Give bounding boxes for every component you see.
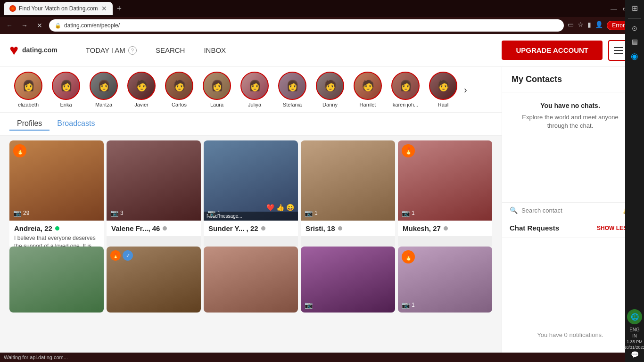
contact-juliya[interactable]: 👩 Juliya [236, 72, 273, 107]
contact-name: Danny [322, 102, 338, 107]
profile-photo [9, 247, 104, 313]
photo-count: 📷 [305, 301, 313, 309]
profile-card-mukesh[interactable]: 🔥 📷 1 Mukesh, 27 [398, 140, 492, 247]
new-tab-button[interactable]: + [116, 4, 122, 14]
search-contact-input[interactable] [521, 207, 619, 214]
logo-heart-icon: ♥ [9, 41, 18, 59]
verified-icon: ✓ [123, 250, 133, 261]
url-text: dating.com/en/people/ [64, 22, 120, 29]
dual-badge: 🔥 ✓ [110, 250, 133, 261]
contact-maritza[interactable]: 👩 Maritza [85, 72, 123, 107]
photo-count: 📷 29 [13, 209, 29, 217]
no-chats-description: Explore the world and meet anyone throug… [512, 113, 629, 130]
contact-laura[interactable]: 👩 Laura [198, 72, 236, 107]
profile-info: Sristi, 18 [301, 221, 395, 236]
logo-area[interactable]: ♥ dating.com [9, 41, 58, 59]
profile-card-r2-5[interactable]: 🔥 📷 1 [398, 247, 492, 313]
search-link[interactable]: SEARCH [156, 46, 185, 54]
search-taskbar-icon[interactable]: ⊙ [632, 25, 637, 32]
profiles-grid-row1: 🔥 📷 29 Andreia, 22 I believe that everyo… [0, 136, 502, 247]
windows-logo[interactable]: ⊞ [632, 4, 638, 13]
in-label: IN [632, 333, 637, 338]
fire-badge: 🔥 [13, 144, 26, 157]
camera-icon: 📷 [13, 209, 21, 217]
profile-info: Valene Fr..., 46 [107, 221, 201, 236]
notifications-area: You have 0 notifications. [502, 238, 638, 353]
contact-stefania[interactable]: 👩 Stefania [273, 72, 311, 107]
chrome-bottom-icon[interactable]: 🌐 [627, 309, 642, 324]
contact-avatar: 👩 [278, 72, 306, 100]
contact-raul[interactable]: 🧑 Raul [424, 72, 462, 107]
profile-card-r2-3[interactable] [204, 247, 298, 313]
site-header: ♥ dating.com TODAY I AM ? SEARCH INBOX U… [0, 34, 638, 67]
contact-avatar: 👩 [203, 72, 231, 100]
profile-photo: 🔥 📷 29 [9, 140, 104, 221]
contact-hamlet[interactable]: 🧑 Hamlet [349, 72, 387, 107]
contact-erika[interactable]: 👩 Erika [47, 72, 85, 107]
profile-card-sunder[interactable]: Read message... ❤️ 👍 😄 📷 1 [204, 140, 298, 247]
tab-broadcasts[interactable]: Broadcasts [50, 117, 102, 131]
photo-count: 📷 1 [402, 209, 415, 217]
profile-photo: 🔥 📷 1 [398, 247, 492, 313]
chat-taskbar-icon[interactable]: 💬 [631, 351, 639, 358]
profile-name: Valene Fr..., 46 [111, 224, 196, 232]
contact-danny[interactable]: 🧑 Danny [311, 72, 349, 107]
reload-button[interactable]: ✕ [34, 20, 45, 31]
profile-photo: Read message... ❤️ 👍 😄 📷 1 [204, 140, 298, 221]
contacts-next-arrow[interactable]: › [464, 84, 467, 95]
contact-carlos[interactable]: 🧑 Carlos [160, 72, 198, 107]
contact-avatar: 🧑 [127, 72, 156, 100]
contact-avatar: 👩 [14, 72, 42, 100]
sidebar-icon[interactable]: ▮ [587, 21, 591, 30]
close-tab-icon[interactable]: ✕ [101, 5, 107, 12]
url-bar[interactable]: 🔒 dating.com/en/people/ [49, 19, 564, 32]
today-i-am-link[interactable]: TODAY I AM ? [86, 46, 137, 55]
upgrade-button[interactable]: UPGRADE ACCOUNT [502, 41, 603, 60]
profile-name: Sunder Y... , 22 [208, 224, 293, 232]
contact-name: Raul [438, 102, 449, 107]
contact-karen[interactable]: 👩 karen joh... [387, 72, 424, 107]
profile-info: Andreia, 22 I believe that everyone dese… [9, 221, 104, 247]
address-bar-row: ← → ✕ 🔒 dating.com/en/people/ ▭ ☆ ▮ 👤 Er… [0, 17, 644, 34]
my-contacts-header: My Contacts [502, 67, 638, 92]
camera-icon: 📷 [305, 301, 313, 309]
profile-card-sristi[interactable]: 📷 1 Sristi, 18 [301, 140, 395, 247]
bookmark-icon[interactable]: ☆ [578, 21, 584, 30]
camera-icon: 📷 [402, 209, 410, 217]
back-button[interactable]: ← [4, 20, 15, 31]
contact-elizabeth[interactable]: 👩 elizabeth [9, 72, 47, 107]
profile-card-r2-2[interactable]: 🔥 ✓ [107, 247, 201, 313]
offline-indicator [338, 226, 342, 230]
contact-name: Laura [210, 102, 223, 107]
tab-profiles[interactable]: Profiles [9, 117, 50, 131]
online-indicator [55, 226, 59, 230]
taskview-icon[interactable]: ▤ [632, 38, 638, 45]
profile-name: Mukesh, 27 [403, 224, 487, 232]
camera-icon: 📷 [305, 209, 313, 217]
inbox-link[interactable]: INBOX [204, 46, 226, 54]
profile-card-andreia[interactable]: 🔥 📷 29 Andreia, 22 I believe that everyo… [9, 140, 104, 247]
profile-card-valene[interactable]: 📷 3 Valene Fr..., 46 [107, 140, 201, 247]
active-tab[interactable]: Find Your Match on Dating.com ✕ [4, 2, 113, 15]
forward-button[interactable]: → [19, 20, 30, 31]
profile-card-r2-4[interactable]: 📷 [301, 247, 395, 313]
chrome-icon[interactable]: ◉ [631, 51, 638, 61]
contact-javier[interactable]: 🧑 Javier [123, 72, 160, 107]
help-icon[interactable]: ? [128, 46, 137, 55]
contact-avatar: 🧑 [354, 72, 382, 100]
contact-name: karen joh... [393, 102, 418, 107]
profile-icon[interactable]: 👤 [595, 21, 603, 30]
minimize-icon[interactable]: ― [611, 5, 617, 12]
profiles-grid-row2: 🔥 ✓ 📷 � [0, 247, 502, 353]
body-container: 👩 elizabeth 👩 Erika 👩 Maritza 🧑 Javier 🧑 [0, 67, 638, 353]
search-contact-bar: 🔍 🔔 [502, 202, 638, 218]
profile-photo: 📷 [301, 247, 395, 313]
camera-icon: 📷 [110, 209, 118, 217]
profile-card-r2-1[interactable] [9, 247, 104, 313]
lock-icon: 🔒 [55, 23, 61, 29]
contact-name: elizabeth [18, 102, 39, 107]
profile-bio: I believe that everyone deserves the sup… [14, 234, 99, 247]
profile-photo [204, 247, 298, 313]
contact-name: Erika [60, 102, 72, 107]
cast-icon[interactable]: ▭ [568, 21, 574, 30]
